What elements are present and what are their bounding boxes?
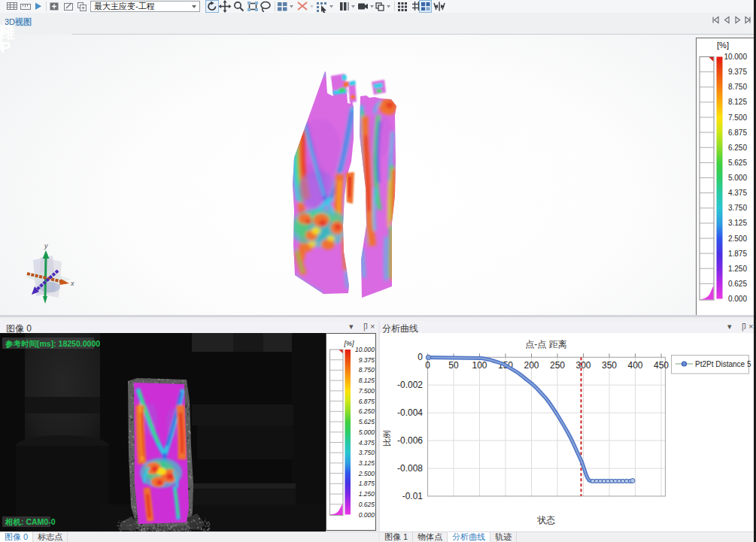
svg-text:状态: 状态: [536, 515, 555, 525]
svg-text:[%]: [%]: [343, 340, 354, 347]
svg-text:8.125: 8.125: [359, 377, 375, 384]
svg-text:8.750: 8.750: [728, 83, 747, 91]
svg-text:P: P: [1, 39, 11, 56]
svg-text:3.750: 3.750: [359, 449, 375, 456]
svg-text:9.375: 9.375: [728, 68, 747, 76]
svg-text:200: 200: [524, 360, 539, 371]
svg-text:点-点 距离: 点-点 距离: [525, 339, 566, 350]
svg-text:0: 0: [417, 352, 423, 362]
svg-text:0: 0: [425, 360, 430, 371]
svg-text:1.250: 1.250: [359, 490, 375, 498]
svg-text:-0.006: -0.006: [397, 435, 423, 446]
svg-text:5.000: 5.000: [359, 428, 375, 436]
svg-text:x: x: [70, 280, 74, 287]
svg-text:50: 50: [448, 360, 459, 371]
svg-text:1.875: 1.875: [728, 250, 747, 258]
svg-text:y: y: [44, 242, 48, 250]
svg-text:5.000: 5.000: [728, 174, 747, 182]
svg-text:-0.004: -0.004: [397, 407, 423, 418]
svg-text:8.750: 8.750: [359, 366, 375, 374]
svg-text:6.250: 6.250: [359, 407, 375, 415]
svg-text:0.625: 0.625: [728, 280, 747, 288]
svg-text:350: 350: [602, 360, 617, 371]
svg-text:0.625: 0.625: [359, 501, 375, 508]
svg-text:2.500: 2.500: [728, 235, 747, 243]
svg-text:8.125: 8.125: [728, 98, 747, 106]
svg-text:6.875: 6.875: [728, 129, 747, 137]
svg-text:400: 400: [627, 360, 642, 371]
svg-text:5.625: 5.625: [728, 159, 747, 167]
svg-text:7.500: 7.500: [728, 114, 747, 122]
svg-text:100: 100: [472, 360, 487, 371]
svg-text:3.750: 3.750: [728, 204, 747, 212]
svg-text:相机: CAM0-0: 相机: CAM0-0: [5, 517, 56, 526]
svg-text:4.375: 4.375: [359, 439, 375, 447]
svg-text:Pt2Pt Distance 5: Pt2Pt Distance 5: [695, 360, 751, 368]
svg-text:6.250: 6.250: [728, 144, 747, 152]
svg-text:0.000: 0.000: [359, 511, 375, 519]
svg-text:250: 250: [550, 360, 565, 371]
svg-text:-0.002: -0.002: [397, 380, 423, 390]
svg-text:300: 300: [575, 360, 591, 371]
svg-text:7.500: 7.500: [359, 387, 375, 395]
svg-text:-0.01: -0.01: [402, 491, 424, 501]
svg-text:6.875: 6.875: [359, 398, 375, 405]
svg-text:3.125: 3.125: [728, 219, 747, 227]
svg-text:1.875: 1.875: [359, 480, 375, 487]
svg-text:450: 450: [654, 360, 669, 371]
svg-text:最大主应变-工程: 最大主应变-工程: [94, 2, 155, 11]
svg-text:0.000: 0.000: [728, 295, 747, 303]
svg-text:5.625: 5.625: [359, 418, 375, 425]
svg-text:10.000: 10.000: [724, 53, 747, 61]
svg-text:1.250: 1.250: [728, 265, 747, 273]
svg-text:参考时间[ms]: 18250.0000: 参考时间[ms]: 18250.0000: [5, 339, 100, 349]
svg-text:9.375: 9.375: [359, 356, 375, 364]
svg-text:4.375: 4.375: [728, 189, 747, 197]
svg-text:-0.008: -0.008: [397, 463, 423, 474]
svg-text:2.500: 2.500: [358, 470, 375, 477]
svg-text:比例: 比例: [382, 430, 391, 447]
svg-text:10.000: 10.000: [355, 346, 375, 353]
svg-text:[%]: [%]: [717, 41, 729, 50]
svg-text:3.125: 3.125: [359, 459, 375, 467]
